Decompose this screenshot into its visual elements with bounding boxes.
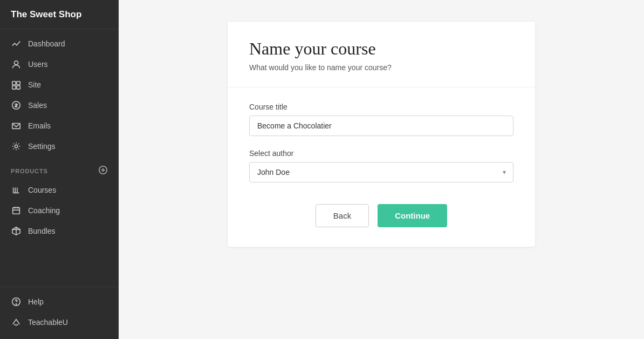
sidebar-bottom: Help TeachableU — [0, 287, 119, 339]
svg-point-7 — [15, 145, 17, 147]
sidebar-label-courses: Courses — [28, 186, 56, 194]
sidebar-item-bundles[interactable]: Bundles — [0, 221, 119, 241]
sidebar-label-users: Users — [28, 60, 48, 69]
add-product-icon[interactable] — [98, 165, 108, 177]
back-button[interactable]: Back — [316, 204, 369, 227]
card-actions: Back Continue — [249, 204, 513, 227]
sidebar: The Sweet Shop Dashboard Users — [0, 0, 119, 339]
svg-point-0 — [14, 61, 18, 65]
sidebar-item-sales[interactable]: Sales — [0, 95, 119, 116]
site-icon — [11, 80, 22, 90]
sidebar-label-emails: Emails — [28, 121, 51, 130]
sidebar-label-teachableu: TeachableU — [28, 318, 68, 327]
sidebar-nav: Dashboard Users Site — [0, 29, 119, 287]
name-course-card: Name your course What would you like to … — [228, 22, 535, 247]
card-subtitle: What would you like to name your course? — [249, 63, 513, 72]
users-icon — [11, 59, 22, 69]
sidebar-item-users[interactable]: Users — [0, 54, 119, 74]
brand-title: The Sweet Shop — [0, 0, 119, 29]
sidebar-item-teachableu[interactable]: TeachableU — [0, 312, 119, 333]
sidebar-item-help[interactable]: Help — [0, 291, 119, 312]
select-author-group: Select author John Doe ▾ — [249, 149, 513, 182]
teachableu-icon — [11, 317, 22, 327]
help-icon — [11, 297, 22, 307]
card-body: Course title Select author John Doe ▾ Ba… — [228, 87, 535, 247]
products-section-label: PRODUCTS — [0, 157, 119, 180]
bundles-icon — [11, 226, 22, 236]
author-select[interactable]: John Doe — [249, 162, 513, 182]
sidebar-label-bundles: Bundles — [28, 227, 56, 235]
svg-rect-1 — [12, 82, 16, 85]
select-author-label: Select author — [249, 149, 513, 158]
sidebar-item-settings[interactable]: Settings — [0, 136, 119, 157]
svg-point-23 — [16, 304, 16, 304]
sidebar-label-dashboard: Dashboard — [28, 39, 65, 48]
sidebar-label-sales: Sales — [28, 101, 47, 110]
settings-icon — [11, 141, 22, 151]
svg-rect-4 — [17, 86, 20, 89]
sidebar-item-dashboard[interactable]: Dashboard — [0, 33, 119, 54]
coaching-icon — [11, 206, 22, 215]
card-header: Name your course What would you like to … — [228, 22, 535, 87]
svg-rect-2 — [17, 82, 20, 85]
card-title: Name your course — [249, 39, 513, 59]
sidebar-item-courses[interactable]: Courses — [0, 180, 119, 200]
sidebar-label-help: Help — [28, 297, 44, 306]
sidebar-label-coaching: Coaching — [28, 206, 60, 215]
svg-rect-3 — [12, 86, 16, 89]
sidebar-item-emails[interactable]: Emails — [0, 116, 119, 136]
sales-icon — [11, 100, 22, 110]
sidebar-item-site[interactable]: Site — [0, 74, 119, 95]
courses-icon — [11, 185, 22, 195]
sidebar-label-settings: Settings — [28, 142, 56, 151]
dashboard-icon — [11, 39, 22, 49]
continue-button[interactable]: Continue — [378, 204, 447, 227]
emails-icon — [11, 121, 22, 131]
course-title-label: Course title — [249, 103, 513, 111]
sidebar-label-site: Site — [28, 80, 41, 89]
author-select-wrapper: John Doe ▾ — [249, 162, 513, 182]
main-content: Name your course What would you like to … — [119, 0, 644, 339]
svg-rect-15 — [13, 208, 20, 214]
course-title-group: Course title — [249, 103, 513, 136]
course-title-input[interactable] — [249, 116, 513, 136]
sidebar-item-coaching[interactable]: Coaching — [0, 200, 119, 221]
